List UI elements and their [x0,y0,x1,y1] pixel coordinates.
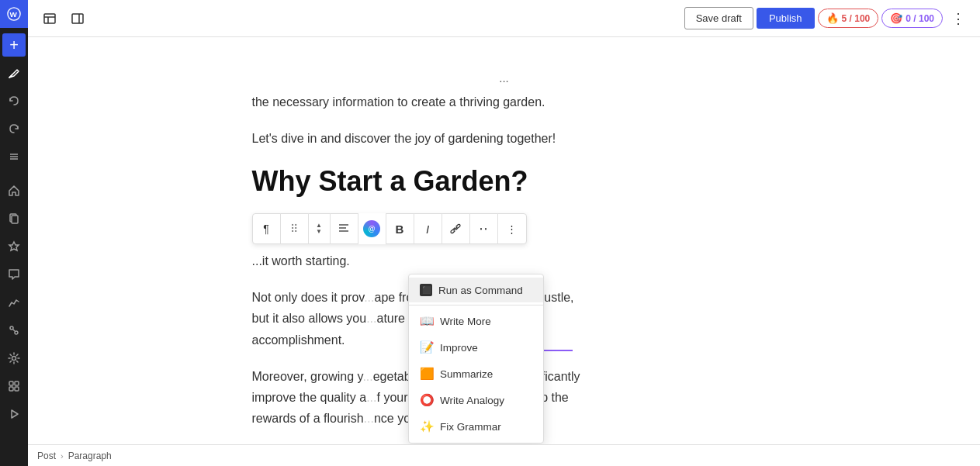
svg-marker-7 [9,242,19,250]
write-analogy-icon: ⭕ [420,393,434,407]
summarize-label: Summarize [440,368,493,380]
fire-icon: 🔥 [826,12,839,24]
sidebar: W + [0,0,28,466]
counter-badge-2[interactable]: 🎯 0 / 100 [881,9,943,28]
sidebar-media[interactable] [0,400,28,428]
write-more-label: Write More [440,316,491,327]
svg-rect-20 [72,14,83,23]
drag-icon: ⠿ [290,223,299,235]
link-button[interactable] [442,213,470,244]
intro-text-2: the necessary information to create a th… [252,91,757,112]
drag-handle[interactable]: ⠿ [281,213,309,244]
sidebar-redo[interactable] [0,115,28,143]
ai-button[interactable]: @ [358,213,386,244]
italic-button[interactable]: I [414,213,442,244]
sidebar-comments[interactable] [0,261,28,288]
sidebar-undo[interactable] [0,87,28,115]
svg-rect-12 [9,381,13,385]
svg-point-9 [15,331,18,334]
run-command-icon: ⬛ [420,284,432,296]
settings-panel-button[interactable] [65,6,90,31]
main-area: Save draft Publish 🔥 5 / 100 🎯 0 / 100 ⋮… [28,0,980,466]
more-rich-text-button[interactable] [470,213,498,244]
status-post-label: Post [37,450,56,461]
fix-grammar-label: Fix Grammar [440,421,501,433]
svg-point-11 [12,357,16,361]
sidebar-add-block[interactable]: + [0,31,28,59]
sidebar-pen-tool[interactable] [0,59,28,87]
intro-text-3: Let's dive in and discover the joy of ga… [252,128,757,149]
svg-line-10 [13,330,15,331]
svg-marker-16 [12,410,18,418]
dropdown-item-fix-grammar[interactable]: ✨ Fix Grammar [409,413,543,440]
write-analogy-label: Write Analogy [440,395,504,406]
svg-rect-14 [9,387,13,391]
svg-rect-13 [15,381,19,385]
content-area: ... the necessary information to create … [28,37,980,444]
dropdown-item-write-more[interactable]: 📖 Write More [409,308,543,334]
svg-text:W: W [10,10,18,19]
svg-rect-6 [12,216,18,223]
target-icon: 🎯 [890,12,902,24]
sidebar-list-view[interactable] [0,143,28,171]
write-more-icon: 📖 [420,314,434,328]
sidebar-patterns[interactable] [0,233,28,261]
bold-button[interactable]: B [386,213,414,244]
align-button[interactable] [331,213,358,244]
dropdown-item-write-analogy[interactable]: ⭕ Write Analogy [409,387,543,413]
sidebar-analytics[interactable] [0,288,28,316]
menu-divider [409,305,543,305]
fix-grammar-icon: ✨ [420,419,434,433]
counter-badge-1[interactable]: 🔥 5 / 100 [818,9,879,28]
block-toolbar-wrapper: ¶ ⠿ ▲ ▼ @ [252,213,757,244]
top-toolbar: Save draft Publish 🔥 5 / 100 🎯 0 / 100 ⋮ [28,0,980,37]
svg-point-8 [10,326,13,330]
dropdown-item-run-as-command[interactable]: ⬛ Run as Command [409,278,543,302]
summarize-icon: 🟧 [420,367,434,381]
status-chevron: › [61,451,64,461]
paragraph-text-1: ...it worth starting. [252,250,757,271]
para-text-start: ...it worth starting. [252,254,350,268]
svg-rect-17 [44,14,55,23]
run-command-label: Run as Command [438,285,523,296]
improve-icon: 📝 [420,340,434,354]
improve-label: Improve [440,342,478,354]
heading-why-start: Why Start a Garden? [252,164,757,198]
options-button[interactable]: ⋮ [498,213,526,244]
ai-icon: @ [363,220,380,237]
status-bar: Post › Paragraph [28,444,980,466]
dropdown-item-summarize[interactable]: 🟧 Summarize [409,361,543,387]
paragraph-icon: ¶ [263,223,269,235]
ai-dropdown-menu: ⬛ Run as Command 📖 Write More 📝 Improve … [408,274,544,444]
publish-button[interactable]: Publish [757,8,815,29]
svg-rect-15 [15,387,19,391]
intro-text-1: ... [252,68,757,88]
status-paragraph-label: Paragraph [68,450,112,461]
sidebar-blocks[interactable] [0,372,28,400]
wp-logo[interactable]: W [0,0,28,28]
sidebar-settings[interactable] [0,344,28,372]
sidebar-tools[interactable] [0,316,28,344]
paragraph-type-button[interactable]: ¶ [253,213,281,244]
move-up-down-button[interactable]: ▲ ▼ [309,213,331,244]
block-toolbar: ¶ ⠿ ▲ ▼ @ [252,213,527,244]
sidebar-pages[interactable] [0,205,28,233]
align-icon [338,223,349,236]
chevron-down-icon: ▼ [316,229,322,235]
more-options-button[interactable]: ⋮ [946,6,971,31]
save-draft-button[interactable]: Save draft [684,7,753,29]
dropdown-item-improve[interactable]: 📝 Improve [409,334,543,361]
view-button[interactable] [37,6,62,31]
sidebar-home[interactable] [0,177,28,205]
